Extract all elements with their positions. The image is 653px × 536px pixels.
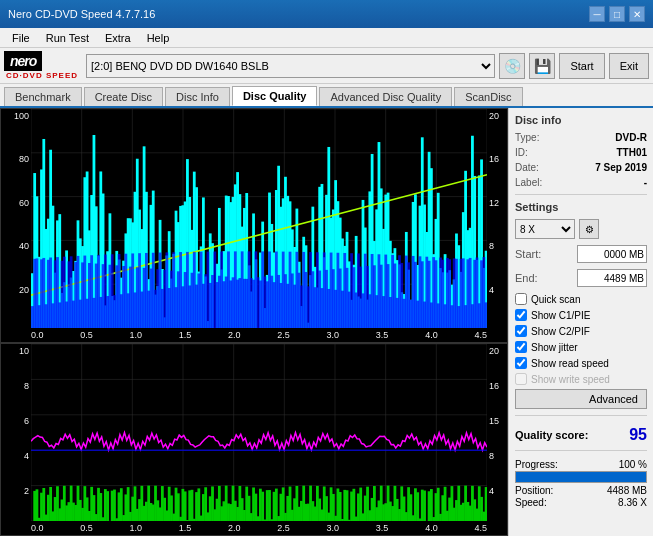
- show-c2-checkbox[interactable]: [515, 325, 527, 337]
- position-value: 4488 MB: [607, 485, 647, 496]
- end-label: End:: [515, 272, 538, 284]
- nero-subtitle: CD·DVD SPEED: [6, 71, 78, 80]
- save-icon-button[interactable]: 💾: [529, 53, 555, 79]
- show-c2-label: Show C2/PIF: [531, 326, 590, 337]
- menu-extra[interactable]: Extra: [97, 30, 139, 46]
- tab-advanced-disc-quality[interactable]: Advanced Disc Quality: [319, 87, 452, 106]
- quick-scan-label: Quick scan: [531, 294, 580, 305]
- quick-scan-checkbox[interactable]: [515, 293, 527, 305]
- main-content: 100 80 60 40 20 20 16 12 8 4 0.0 0.5 1.0…: [0, 108, 653, 536]
- bottom-chart-y-right: 20 16 15 8 4: [487, 344, 507, 535]
- exit-button[interactable]: Exit: [609, 53, 649, 79]
- top-chart: 100 80 60 40 20 20 16 12 8 4 0.0 0.5 1.0…: [0, 108, 508, 343]
- title-text: Nero CD-DVD Speed 4.7.7.16: [8, 8, 155, 20]
- bottom-chart: 10 8 6 4 2 20 16 15 8 4 0.0 0.5 1.0 1.5: [0, 343, 508, 536]
- disc-info-header: Disc info: [515, 114, 647, 126]
- show-write-speed-checkbox: [515, 373, 527, 385]
- chart-area: 100 80 60 40 20 20 16 12 8 4 0.0 0.5 1.0…: [0, 108, 508, 536]
- logo-area: nero CD·DVD SPEED: [4, 51, 78, 80]
- speed-label: Speed:: [515, 497, 547, 508]
- speed-row: Speed: 8.36 X: [515, 497, 647, 508]
- start-input-row: Start:: [515, 245, 647, 263]
- minimize-button[interactable]: ─: [589, 6, 605, 22]
- type-value: DVD-R: [615, 132, 647, 143]
- show-c1-label: Show C1/PIE: [531, 310, 590, 321]
- right-panel: Disc info Type: DVD-R ID: TTH01 Date: 7 …: [508, 108, 653, 536]
- type-row: Type: DVD-R: [515, 132, 647, 143]
- divider-3: [515, 450, 647, 451]
- quality-score-label: Quality score:: [515, 429, 588, 441]
- close-button[interactable]: ✕: [629, 6, 645, 22]
- progress-label: Progress:: [515, 459, 558, 470]
- menu-run-test[interactable]: Run Test: [38, 30, 97, 46]
- show-read-speed-label: Show read speed: [531, 358, 609, 369]
- disc-label-label: Label:: [515, 177, 542, 188]
- tab-create-disc[interactable]: Create Disc: [84, 87, 163, 106]
- divider-1: [515, 194, 647, 195]
- menu-help[interactable]: Help: [139, 30, 178, 46]
- menu-file[interactable]: File: [4, 30, 38, 46]
- tab-disc-info[interactable]: Disc Info: [165, 87, 230, 106]
- bottom-chart-canvas: [31, 344, 487, 521]
- progress-bar-fill: [516, 472, 646, 482]
- maximize-button[interactable]: □: [609, 6, 625, 22]
- tab-disc-quality[interactable]: Disc Quality: [232, 86, 318, 106]
- position-label: Position:: [515, 485, 553, 496]
- tab-scandisc[interactable]: ScanDisc: [454, 87, 522, 106]
- id-row: ID: TTH01: [515, 147, 647, 158]
- quality-score-row: Quality score: 95: [515, 426, 647, 444]
- bottom-chart-y-left: 10 8 6 4 2: [1, 344, 31, 535]
- speed-select[interactable]: 8 X: [515, 219, 575, 239]
- advanced-button[interactable]: Advanced: [515, 389, 647, 409]
- show-c1-row: Show C1/PIE: [515, 309, 647, 321]
- menu-bar: File Run Test Extra Help: [0, 28, 653, 48]
- show-jitter-label: Show jitter: [531, 342, 578, 353]
- show-write-speed-label: Show write speed: [531, 374, 610, 385]
- show-write-speed-row: Show write speed: [515, 373, 647, 385]
- end-input-row: End:: [515, 269, 647, 287]
- id-value: TTH01: [616, 147, 647, 158]
- tab-benchmark[interactable]: Benchmark: [4, 87, 82, 106]
- bottom-chart-x-axis: 0.0 0.5 1.0 1.5 2.0 2.5 3.0 3.5 4.0 4.5: [31, 521, 487, 535]
- disc-label-row: Label: -: [515, 177, 647, 188]
- show-jitter-row: Show jitter: [515, 341, 647, 353]
- nero-logo: nero: [4, 51, 42, 71]
- end-input[interactable]: [577, 269, 647, 287]
- settings-icon-button[interactable]: ⚙: [579, 219, 599, 239]
- disc-label-value: -: [644, 177, 647, 188]
- drive-select[interactable]: [2:0] BENQ DVD DD DW1640 BSLB: [86, 54, 495, 78]
- date-label: Date:: [515, 162, 539, 173]
- start-input[interactable]: [577, 245, 647, 263]
- progress-bar-container: [515, 471, 647, 483]
- position-row: Position: 4488 MB: [515, 485, 647, 496]
- progress-section: Progress: 100 % Position: 4488 MB Speed:…: [515, 459, 647, 509]
- show-jitter-checkbox[interactable]: [515, 341, 527, 353]
- toolbar: nero CD·DVD SPEED [2:0] BENQ DVD DD DW16…: [0, 48, 653, 84]
- title-controls: ─ □ ✕: [589, 6, 645, 22]
- top-chart-x-axis: 0.0 0.5 1.0 1.5 2.0 2.5 3.0 3.5 4.0 4.5: [31, 328, 487, 342]
- speed-value: 8.36 X: [618, 497, 647, 508]
- start-label: Start:: [515, 248, 541, 260]
- show-read-speed-checkbox[interactable]: [515, 357, 527, 369]
- show-read-speed-row: Show read speed: [515, 357, 647, 369]
- show-c2-row: Show C2/PIF: [515, 325, 647, 337]
- date-row: Date: 7 Sep 2019: [515, 162, 647, 173]
- show-c1-checkbox[interactable]: [515, 309, 527, 321]
- divider-2: [515, 415, 647, 416]
- progress-row: Progress: 100 %: [515, 459, 647, 470]
- settings-header: Settings: [515, 201, 647, 213]
- top-chart-y-left: 100 80 60 40 20: [1, 109, 31, 342]
- type-label: Type:: [515, 132, 539, 143]
- id-label: ID:: [515, 147, 528, 158]
- progress-value: 100 %: [619, 459, 647, 470]
- title-bar: Nero CD-DVD Speed 4.7.7.16 ─ □ ✕: [0, 0, 653, 28]
- quality-score-value: 95: [629, 426, 647, 444]
- quick-scan-row: Quick scan: [515, 293, 647, 305]
- start-button[interactable]: Start: [559, 53, 604, 79]
- tab-bar: Benchmark Create Disc Disc Info Disc Qua…: [0, 84, 653, 108]
- disc-icon-button[interactable]: 💿: [499, 53, 525, 79]
- speed-settings-row: 8 X ⚙: [515, 219, 647, 239]
- date-value: 7 Sep 2019: [595, 162, 647, 173]
- top-chart-canvas: [31, 109, 487, 328]
- top-chart-y-right: 20 16 12 8 4: [487, 109, 507, 342]
